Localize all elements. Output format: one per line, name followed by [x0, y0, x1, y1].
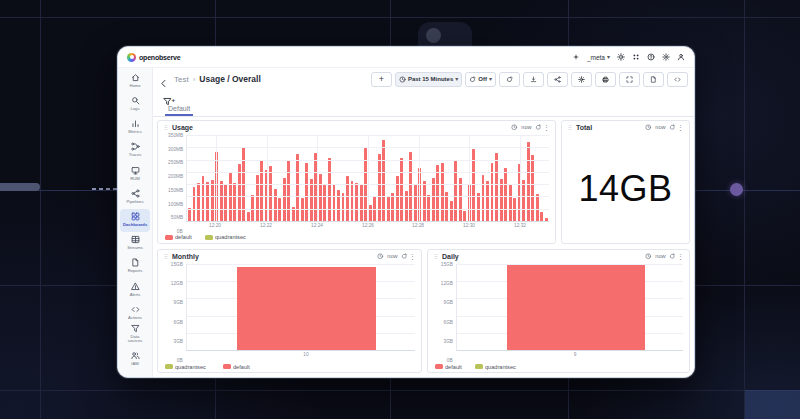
sidebar-item-home[interactable]: Home	[120, 70, 150, 93]
data-sources-icon	[131, 324, 140, 333]
org-selector[interactable]: _meta ▾	[587, 54, 610, 61]
legend-item-default[interactable]: default	[435, 363, 466, 370]
panel-daily: Daily now ⋮ 15GB12GB9GB6GB3GB0B	[427, 249, 690, 373]
panel-menu-icon[interactable]: ⋮	[543, 124, 550, 131]
sidebar-item-dashboards[interactable]: Dashboards	[120, 209, 150, 232]
legend-item-default[interactable]: default	[165, 234, 196, 241]
add-variable-button[interactable]: +	[163, 92, 172, 101]
openobserve-window: openobserve _meta ▾ HomeLogsMetricsTrace…	[117, 46, 695, 378]
add-panel-button[interactable]: +	[371, 72, 392, 87]
dashboard-toolbar: + Past 15 Minutes ▾ Off ▾	[371, 72, 688, 87]
drag-handle-icon[interactable]	[163, 124, 169, 131]
sidebar-item-actions[interactable]: Actions	[120, 302, 150, 325]
theme-toggle-icon[interactable]	[617, 53, 625, 61]
user-avatar-icon[interactable]	[677, 53, 685, 61]
sidebar-item-alerts[interactable]: Alerts	[120, 279, 150, 302]
drag-handle-icon[interactable]	[163, 253, 169, 260]
panel-monthly: Monthly now ⋮ 15GB12GB9GB6GB3GB0B	[157, 249, 422, 373]
x-tick-label: 12:26	[362, 223, 374, 228]
sidebar-item-pipelines[interactable]: Pipelines	[120, 186, 150, 209]
panel-menu-icon[interactable]: ⋮	[677, 253, 684, 260]
metrics-icon	[131, 119, 140, 128]
sidebar-item-label: IAM	[123, 361, 147, 365]
refresh-button[interactable]	[499, 72, 520, 87]
share-icon	[554, 76, 561, 83]
dashboard-settings-button[interactable]	[571, 72, 592, 87]
sidebar-item-label: Reports	[123, 268, 147, 272]
usage-bar	[540, 212, 543, 221]
usage-bar	[405, 191, 408, 221]
legend-label: quadrantsec	[215, 234, 246, 240]
usage-bar	[522, 180, 525, 221]
panel-menu-icon[interactable]: ⋮	[409, 253, 416, 260]
usage-bar	[256, 175, 259, 221]
panel-refresh-time[interactable]: now	[655, 254, 665, 260]
legend-label: quadrantsec	[485, 363, 516, 369]
panel-refresh-time[interactable]: now	[521, 125, 531, 131]
panel-refresh-time[interactable]: now	[655, 125, 665, 131]
refresh-icon[interactable]	[401, 253, 408, 260]
dashboard-tabs: Default	[153, 103, 694, 117]
sidebar-item-label: Data sources	[123, 334, 147, 343]
variables-row: +	[153, 90, 694, 103]
y-tick-label: 3GB	[443, 338, 453, 343]
legend-item-quadrantsec[interactable]: quadrantsec	[475, 363, 524, 370]
dashboard-header: Test › Usage / Overall + Past 15 Minutes…	[153, 68, 694, 90]
breadcrumb-current: Usage / Overall	[199, 74, 260, 84]
sidebar-item-traces[interactable]: Traces	[120, 140, 150, 163]
sidebar-nav: HomeLogsMetricsTracesRUMPipelinesDashboa…	[118, 68, 153, 377]
openobserve-logo[interactable]: openobserve	[127, 53, 180, 62]
drag-handle-icon[interactable]	[567, 124, 573, 131]
panel-refresh-time[interactable]: now	[387, 254, 397, 260]
y-axis-labels: 350MB300MB250MB200MB150MB100MB50MB0B	[160, 135, 186, 231]
sidebar-item-rum[interactable]: RUM	[120, 163, 150, 186]
usage-bar	[310, 179, 313, 221]
legend-item-quadrantsec[interactable]: quadrantsec	[205, 234, 254, 241]
sidebar-item-label: Alerts	[123, 292, 147, 296]
usage-bar	[531, 155, 534, 221]
fullscreen-button[interactable]	[619, 72, 640, 87]
auto-refresh-button[interactable]: Off ▾	[465, 72, 496, 87]
sidebar-item-metrics[interactable]: Metrics	[120, 116, 150, 139]
decor-dashes	[92, 188, 120, 190]
daily-legend: defaultquadrantsec	[428, 360, 689, 372]
usage-bar	[301, 198, 304, 221]
help-icon[interactable]	[647, 53, 655, 61]
back-button[interactable]	[159, 74, 170, 85]
sidebar-item-logs[interactable]: Logs	[120, 93, 150, 116]
print-button[interactable]	[595, 72, 616, 87]
sidebar-item-label: Logs	[123, 106, 147, 110]
sidebar-item-streams[interactable]: Streams	[120, 232, 150, 255]
legend-item-default[interactable]: default	[223, 363, 254, 370]
drag-handle-icon[interactable]	[433, 253, 439, 260]
export-button[interactable]	[523, 72, 544, 87]
sidebar-item-data-sources[interactable]: Data sources	[120, 325, 150, 348]
x-tick-label: 12:28	[412, 223, 424, 228]
export-json-button[interactable]	[643, 72, 664, 87]
usage-bar	[206, 182, 209, 221]
refresh-icon[interactable]	[669, 253, 676, 260]
legend-swatch	[165, 364, 173, 369]
apps-grid-icon[interactable]	[632, 53, 640, 61]
usage-bar	[436, 165, 439, 221]
usage-bar	[536, 194, 539, 221]
legend-swatch	[223, 364, 231, 369]
time-range-button[interactable]: Past 15 Minutes ▾	[395, 72, 462, 87]
panel-usage: Usage now ⋮ 350MB300MB250MB200MB150MB100…	[157, 120, 556, 244]
sidebar-item-iam[interactable]: IAM	[120, 348, 150, 371]
panel-menu-icon[interactable]: ⋮	[677, 124, 684, 131]
refresh-icon[interactable]	[535, 124, 542, 131]
tab-default[interactable]: Default	[165, 105, 193, 116]
y-tick-label: 250MB	[168, 160, 183, 165]
settings-gear-icon[interactable]	[662, 53, 670, 61]
ai-sparkle-icon[interactable]	[572, 53, 580, 61]
code-view-button[interactable]	[667, 72, 688, 87]
monthly-chart-plot	[186, 264, 415, 351]
decor-purple-dot	[730, 183, 743, 196]
refresh-icon[interactable]	[669, 124, 676, 131]
share-button[interactable]	[547, 72, 568, 87]
usage-bar	[247, 212, 250, 221]
breadcrumb-parent[interactable]: Test	[174, 75, 189, 84]
legend-item-quadrantsec[interactable]: quadrantsec	[165, 363, 214, 370]
sidebar-item-reports[interactable]: Reports	[120, 256, 150, 279]
